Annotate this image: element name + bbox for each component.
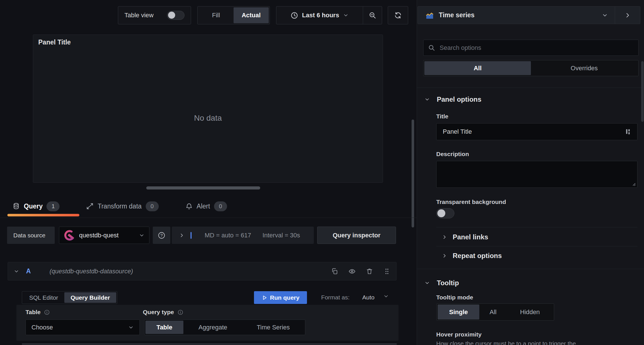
query-type-aggregate[interactable]: Aggregate [183,321,242,334]
options-filter-tabs: All Overrides [423,60,639,76]
title-field-label: Title [436,113,448,120]
data-source-name: questdb-quest [79,232,135,239]
data-source-picker[interactable]: questdb-quest [59,227,149,244]
format-as-label: Format as: [321,294,349,301]
editor-tabs: Query 1 Transform data 0 Alert 0 [7,198,232,214]
hover-proximity-description: How close the cursor must be to a point … [436,340,623,345]
transform-count-badge: 0 [146,201,159,211]
table-select[interactable]: Choose [26,320,140,335]
drag-handle-icon[interactable] [383,268,391,275]
tooltip-mode-all[interactable]: All [479,304,507,320]
options-search-box[interactable] [423,40,639,56]
panel-title-input[interactable] [442,128,625,136]
divider [0,218,417,218]
info-icon[interactable] [177,309,183,315]
tooltip-mode-label: Tooltip mode [436,294,473,301]
refresh-icon [394,11,402,19]
visualization-name: Time series [439,11,602,19]
search-icon [428,44,435,51]
query-builder-option[interactable]: Query Builder [64,292,116,303]
fill-actual-group: Fill Actual [197,6,270,24]
chevron-down-icon[interactable] [383,293,389,299]
info-icon[interactable] [44,309,50,315]
suggestions-bars-icon[interactable] [625,128,632,135]
divider [417,88,644,88]
section-title: Panel links [453,233,488,241]
tab-label: Query [24,203,43,210]
chevron-down-icon [343,12,349,18]
zoom-out-button[interactable] [363,7,382,24]
query-type-table[interactable]: Table [145,321,183,334]
description-field-label: Description [436,151,469,157]
chevron-down-icon [424,280,430,286]
datasource-help-button[interactable]: ? [153,227,170,244]
options-search-input[interactable] [439,44,634,52]
panel-links-section[interactable]: Panel links [417,231,644,244]
tab-query[interactable]: Query 1 [7,198,65,214]
tooltip-section-header[interactable]: Tooltip [417,278,459,288]
next-section-edge [22,344,397,344]
transform-icon [86,203,94,210]
repeat-options-section[interactable]: Repeat options [417,249,644,262]
filter-overrides[interactable]: Overrides [531,61,637,75]
delete-query-trash-icon[interactable] [366,268,373,275]
time-picker-group: Last 6 hours [276,6,382,24]
tab-alert[interactable]: Alert 0 [180,198,232,214]
vertical-scrollbar[interactable] [412,120,414,227]
chevron-down-icon [602,12,608,18]
table-select-value: Choose [31,324,128,331]
section-title: Panel options [437,95,481,103]
table-view-label: Table view [124,12,154,19]
hide-query-eye-icon[interactable] [348,268,356,275]
time-series-viz-icon [425,11,434,20]
transparent-background-label: Transparent background [436,199,506,205]
active-tab-underline [7,214,79,216]
editor-mode-group: SQL Editor Query Builder [22,291,117,304]
collapse-pane-button[interactable] [615,7,640,24]
panel-options-pane: Time series All Overrides Panel optio [417,0,644,345]
refresh-button[interactable] [388,6,408,24]
query-type-group: Table Aggregate Time Series [144,320,305,335]
actual-option[interactable]: Actual [234,7,269,23]
query-count-badge: 1 [46,201,60,211]
sql-editor-option[interactable]: SQL Editor [23,292,64,303]
resize-handle-icon[interactable] [632,182,636,186]
divider [417,269,644,269]
tab-transform-data[interactable]: Transform data 0 [81,198,164,214]
divider [436,227,637,227]
table-view-switch[interactable] [167,11,185,20]
description-textarea[interactable] [436,161,637,188]
run-query-label: Run query [270,294,300,301]
visualization-picker[interactable]: Time series [418,6,640,24]
horizontal-scrollbar[interactable] [146,186,260,189]
query-inspector-button[interactable]: Query inspector [317,227,396,244]
tooltip-mode-single[interactable]: Single [438,304,479,320]
max-data-points-stat: MD = auto = 617 [205,232,251,239]
query-datasource-hint: (questdb-questdb-datasource) [50,268,133,275]
tooltip-mode-group: Single All Hidden [437,303,554,321]
query-options-summary[interactable]: MD = auto = 617 Interval = 30s [172,227,314,244]
questdb-logo-icon [64,230,75,241]
time-range-button[interactable]: Last 6 hours [276,7,363,24]
query-ref-id: A [26,267,31,275]
chevron-right-icon [442,235,447,240]
duplicate-query-icon[interactable] [331,268,338,275]
fill-option[interactable]: Fill [198,7,234,23]
collapse-chevron-icon[interactable] [14,269,19,274]
alert-count-badge: 0 [214,201,227,211]
query-row-header[interactable]: A (questdb-questdb-datasource) [8,262,397,280]
tooltip-mode-hidden[interactable]: Hidden [507,304,553,320]
clock-icon [291,12,298,19]
format-as-value[interactable]: Auto [362,294,374,301]
transparent-background-switch[interactable] [436,208,454,218]
switch-knob [168,12,175,19]
tab-label: Transform data [98,203,141,210]
query-type-time-series[interactable]: Time Series [242,321,304,334]
options-pane-scrollbar[interactable] [641,61,644,122]
run-query-button[interactable]: Run query [254,291,307,304]
panel-options-section-header[interactable]: Panel options [417,95,481,104]
filter-all[interactable]: All [424,61,531,75]
panel-edit-screen: Table view Fill Actual Last 6 hours [0,0,644,345]
chevron-down-icon [128,325,134,330]
loading-indicator [190,232,192,239]
